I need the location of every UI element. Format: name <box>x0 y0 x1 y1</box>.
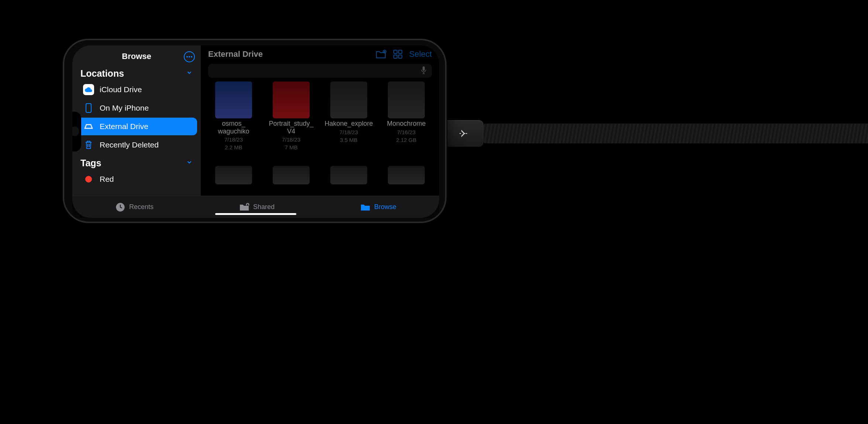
chevron-down-icon <box>186 69 193 78</box>
files-app: Browse Locations iCloud Drive <box>72 45 439 218</box>
file-thumbnail <box>215 166 252 184</box>
clock-icon <box>115 202 125 212</box>
file-thumbnail <box>388 166 425 184</box>
file-item[interactable] <box>379 166 433 196</box>
sidebar-item-label: Recently Deleted <box>100 140 159 149</box>
file-thumbnail <box>273 81 310 118</box>
tags-section-header[interactable]: Tags <box>72 154 201 170</box>
file-item[interactable]: Monochrome 7/16/23 2.12 GB <box>379 81 433 162</box>
svg-point-0 <box>186 56 188 58</box>
sidebar-item-tag-red[interactable]: Red <box>76 170 197 188</box>
file-thumbnail <box>388 81 425 118</box>
select-button[interactable]: Select <box>409 49 432 59</box>
sidebar-item-label: Red <box>100 175 114 184</box>
files-grid: osmos_ waguchiko 7/18/23 2.2 MB Portrait… <box>201 81 439 196</box>
svg-rect-7 <box>394 55 397 58</box>
red-tag-icon <box>85 176 92 183</box>
file-item[interactable] <box>264 166 318 196</box>
file-size: 2.12 GB <box>396 137 416 143</box>
file-date: 7/18/23 <box>282 136 300 143</box>
file-item[interactable]: osmos_ waguchiko 7/18/23 2.2 MB <box>207 81 261 162</box>
new-folder-button[interactable] <box>375 49 386 59</box>
tab-shared[interactable]: Shared <box>239 202 275 212</box>
sidebar-item-label: iCloud Drive <box>100 85 142 94</box>
more-button[interactable] <box>184 51 195 62</box>
chevron-down-icon <box>186 159 193 167</box>
iphone-icon <box>83 103 94 113</box>
locations-section-header[interactable]: Locations <box>72 65 201 80</box>
file-name: Portrait_study_ V4 <box>264 120 318 135</box>
file-thumbnail <box>330 81 367 118</box>
file-item[interactable]: Portrait_study_ V4 7/18/23 7 MB <box>264 81 318 162</box>
main-header: External Drive Select <box>201 45 439 63</box>
svg-rect-6 <box>399 50 402 53</box>
browse-sidebar: Browse Locations iCloud Drive <box>72 45 201 196</box>
sidebar-item-on-my-iphone[interactable]: On My iPhone <box>76 99 197 117</box>
svg-point-1 <box>189 56 190 58</box>
shared-folder-icon <box>239 202 249 212</box>
sidebar-header: Browse <box>72 48 201 65</box>
svg-rect-8 <box>399 55 402 58</box>
icloud-icon <box>83 84 94 95</box>
file-thumbnail <box>273 166 310 184</box>
file-name: osmos_ waguchiko <box>207 120 261 135</box>
search-field[interactable] <box>208 64 432 78</box>
location-title: External Drive <box>208 49 369 59</box>
tab-recents[interactable]: Recents <box>115 202 154 212</box>
iphone-frame: Browse Locations iCloud Drive <box>63 39 447 223</box>
file-browser: External Drive Select <box>201 45 439 196</box>
cable-connector <box>443 120 483 147</box>
file-date: 7/18/23 <box>340 129 358 135</box>
sidebar-item-icloud-drive[interactable]: iCloud Drive <box>76 81 197 98</box>
file-item[interactable] <box>322 166 376 196</box>
file-name: Hakone_explore <box>324 120 373 128</box>
tab-browse[interactable]: Browse <box>360 202 396 212</box>
view-toggle-button[interactable] <box>393 49 403 59</box>
home-indicator[interactable] <box>215 213 296 215</box>
svg-point-2 <box>191 56 192 58</box>
file-size: 2.2 MB <box>225 144 242 150</box>
tab-label: Recents <box>129 203 154 211</box>
sidebar-item-recently-deleted[interactable]: Recently Deleted <box>76 136 197 154</box>
sidebar-title: Browse <box>122 52 151 61</box>
file-name: Monochrome <box>387 120 426 128</box>
file-thumbnail <box>215 81 252 118</box>
dynamic-island <box>72 112 81 152</box>
file-date: 7/18/23 <box>224 136 243 143</box>
cable-wire <box>483 124 868 143</box>
file-item[interactable]: Hakone_explore 7/18/23 3.5 MB <box>322 81 376 162</box>
external-drive-icon <box>83 123 94 130</box>
folder-icon <box>360 202 371 212</box>
locations-label: Locations <box>80 68 124 79</box>
file-thumbnail <box>330 166 367 184</box>
microphone-icon[interactable] <box>421 66 427 76</box>
svg-rect-9 <box>423 66 425 71</box>
file-item[interactable] <box>207 166 261 196</box>
tags-label: Tags <box>80 158 101 168</box>
usb-c-cable <box>443 120 868 147</box>
svg-rect-3 <box>86 104 91 112</box>
svg-rect-5 <box>394 50 397 53</box>
sidebar-item-label: External Drive <box>100 122 148 131</box>
trash-icon <box>83 140 94 150</box>
file-size: 7 MB <box>285 144 297 150</box>
tab-label: Browse <box>374 203 396 211</box>
file-size: 3.5 MB <box>340 137 358 143</box>
sidebar-item-label: On My iPhone <box>100 104 149 112</box>
iphone-screen: Browse Locations iCloud Drive <box>72 45 439 218</box>
tab-label: Shared <box>253 203 275 211</box>
file-date: 7/16/23 <box>397 129 416 135</box>
sidebar-item-external-drive[interactable]: External Drive <box>76 118 197 135</box>
